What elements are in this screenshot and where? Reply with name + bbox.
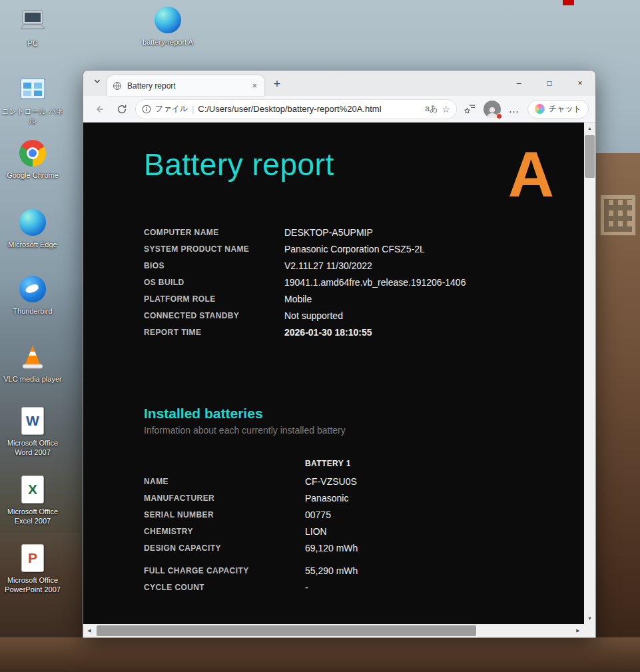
page-info-icon[interactable] — [142, 105, 151, 114]
page-content: A Battery report COMPUTER NAMEDESKTOP-A5… — [83, 123, 595, 637]
thunderbird-icon — [18, 274, 47, 304]
battery-value: LION — [305, 526, 327, 537]
battery-row: NAMECF-VZSU0S — [144, 473, 584, 490]
pc-icon — [18, 7, 47, 36]
desktop-icon-battery-report[interactable]: battery-report A — [137, 5, 199, 47]
desktop-icon-word[interactable]: W Microsoft Office Word 2007 — [1, 406, 64, 458]
excel-icon: X — [18, 475, 47, 504]
tab-close-button[interactable]: × — [250, 81, 259, 91]
desktop-icon-label: VLC media player — [3, 374, 61, 384]
info-value: Mobile — [284, 294, 312, 304]
desktop-icon-edge[interactable]: Microsoft Edge — [1, 208, 64, 249]
info-label: REPORT TIME — [144, 328, 284, 337]
battery-value: 55,290 mWh — [305, 565, 358, 576]
battery-label: FULL CHARGE CAPACITY — [144, 566, 305, 575]
battery-value: - — [305, 582, 308, 593]
settings-menu-button[interactable]: … — [505, 100, 523, 119]
copilot-button[interactable]: チャット — [527, 100, 589, 119]
back-arrow-icon — [93, 103, 105, 115]
desktop-icon-label: コントロール パネル — [1, 107, 64, 126]
battery-row: FULL CHARGE CAPACITY55,290 mWh — [144, 562, 584, 579]
desktop-icon-powerpoint[interactable]: P Microsoft Office PowerPoint 2007 — [1, 543, 64, 595]
battery-table: BATTERY 1 NAMECF-VZSU0S MANUFACTURERPana… — [144, 456, 584, 595]
favorites-list-icon — [464, 103, 476, 115]
vlc-icon — [18, 342, 47, 372]
info-row: REPORT TIME2026-01-30 18:10:55 — [144, 324, 584, 340]
battery-label: DESIGN CAPACITY — [144, 543, 305, 553]
scroll-right-button[interactable]: ▶ — [572, 624, 584, 637]
globe-icon — [113, 81, 122, 91]
info-row: COMPUTER NAMEDESKTOP-A5UPMIP — [144, 224, 584, 240]
info-label: SYSTEM PRODUCT NAME — [144, 244, 284, 254]
battery-label: NAME — [144, 477, 305, 486]
info-value: 19041.1.amd64fre.vb_release.191206-1406 — [284, 277, 466, 288]
battery-label: CHEMISTRY — [144, 527, 305, 536]
new-tab-button[interactable]: + — [268, 75, 286, 93]
refresh-icon — [117, 104, 127, 115]
info-label: OS BUILD — [144, 278, 284, 287]
battery-header-row: BATTERY 1 — [144, 456, 584, 472]
battery-value: 00775 — [305, 509, 331, 520]
info-label: PLATFORM ROLE — [144, 294, 284, 304]
favorite-star-icon[interactable]: ☆ — [442, 104, 450, 115]
powerpoint-icon: P — [18, 543, 47, 573]
browser-toolbar: ファイル | C:/Users/user/Desktop/battery-rep… — [83, 96, 595, 123]
battery-label: MANUFACTURER — [144, 494, 305, 503]
translate-icon[interactable]: aあ — [425, 103, 438, 115]
section-title: Installed batteries — [144, 406, 584, 422]
copilot-label: チャット — [549, 103, 581, 115]
url-divider: | — [192, 105, 194, 114]
desktop-icon-excel[interactable]: X Microsoft Office Excel 2007 — [1, 475, 64, 526]
desktop-icon-label: PC — [27, 39, 37, 48]
desktop-icon-chrome[interactable]: Google Chrome — [1, 139, 64, 180]
back-button[interactable] — [90, 100, 109, 119]
wallpaper-house-windows — [604, 199, 632, 232]
chrome-icon — [18, 139, 47, 168]
horizontal-scrollbar[interactable]: ◀ ▶ — [83, 624, 584, 637]
edge-html-file-icon — [153, 5, 182, 35]
desktop-icon-control-panel[interactable]: コントロール パネル — [1, 75, 64, 126]
wallpaper-red-sliver — [563, 0, 574, 5]
tab-search-button[interactable] — [89, 73, 106, 90]
close-button[interactable]: × — [565, 71, 595, 96]
refresh-button[interactable] — [113, 100, 131, 119]
notification-dot — [496, 113, 502, 119]
vertical-scrollbar[interactable]: ▲ ▼ — [584, 123, 595, 624]
wallpaper-house — [600, 194, 636, 236]
info-row: BIOSV2.11L27 11/30/2022 — [144, 257, 584, 274]
scroll-left-button[interactable]: ◀ — [83, 624, 95, 637]
info-label: CONNECTED STANDBY — [144, 311, 284, 320]
info-row: PLATFORM ROLEMobile — [144, 290, 584, 307]
scroll-down-button[interactable]: ▼ — [584, 613, 595, 624]
control-panel-icon — [18, 75, 47, 104]
desktop-icon-vlc[interactable]: VLC media player — [1, 342, 64, 384]
battery-column-header: BATTERY 1 — [305, 459, 351, 468]
maximize-button[interactable]: □ — [534, 71, 565, 96]
word-icon: W — [18, 406, 47, 436]
info-value: Not supported — [284, 310, 343, 321]
window-controls: – □ × — [503, 71, 595, 96]
address-bar[interactable]: ファイル | C:/Users/user/Desktop/battery-rep… — [135, 99, 457, 119]
report-watermark: A — [508, 143, 554, 206]
info-label: COMPUTER NAME — [144, 228, 284, 237]
desktop-icon-thunderbird[interactable]: Thunderbird — [1, 274, 64, 316]
battery-row: DESIGN CAPACITY69,120 mWh — [144, 539, 584, 556]
info-value: DESKTOP-A5UPMIP — [284, 227, 373, 238]
desktop-icon-pc[interactable]: PC — [1, 7, 64, 48]
battery-row: SERIAL NUMBER00775 — [144, 506, 584, 523]
minimize-button[interactable]: – — [503, 71, 534, 96]
favorites-bar-button[interactable] — [461, 100, 480, 119]
info-label: BIOS — [144, 261, 284, 270]
scrollbar-corner — [584, 624, 595, 637]
scroll-up-button[interactable]: ▲ — [584, 123, 595, 134]
profile-avatar[interactable] — [483, 101, 501, 118]
tab-battery-report[interactable]: Battery report × — [107, 75, 264, 96]
info-row: CONNECTED STANDBYNot supported — [144, 307, 584, 324]
desktop-icon-label: Thunderbird — [13, 306, 52, 316]
horizontal-scroll-thumb[interactable] — [97, 625, 476, 636]
desktop-icon-label: Google Chrome — [7, 170, 59, 180]
vertical-scroll-thumb[interactable] — [585, 135, 595, 178]
tab-title: Battery report — [127, 81, 244, 91]
chevron-down-icon — [93, 77, 101, 85]
battery-value: Panasonic — [305, 493, 348, 504]
